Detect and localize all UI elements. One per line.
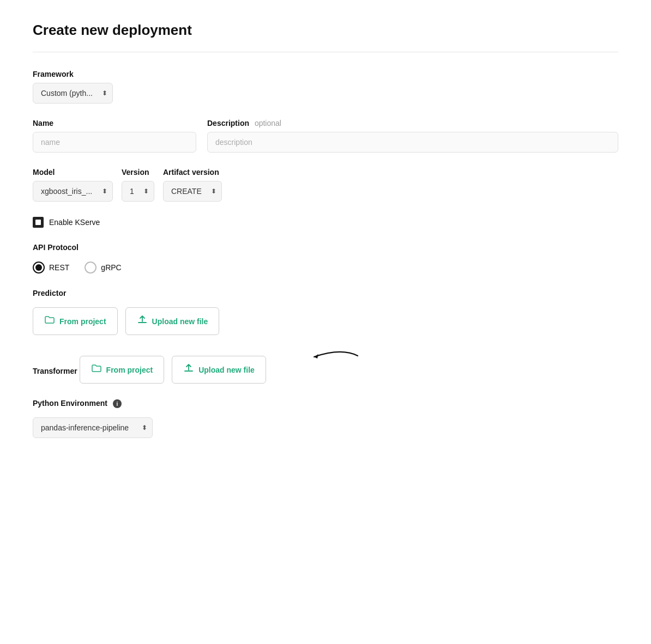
artifact-version-select-wrapper: CREATE ⬍ xyxy=(163,181,222,202)
model-label: Model xyxy=(33,168,55,177)
model-col: Model xgboost_iris_... ⬍ xyxy=(33,168,113,202)
predictor-section: Predictor From project Upload new file xyxy=(33,289,618,335)
python-env-select-wrapper: pandas-inference-pipeline ⬍ xyxy=(33,417,153,438)
artifact-version-label: Artifact version xyxy=(163,168,219,177)
model-version-row: Model xgboost_iris_... ⬍ Version 1 ⬍ Art… xyxy=(33,168,618,202)
api-protocol-label: API Protocol xyxy=(33,243,79,252)
artifact-version-col: Artifact version CREATE ⬍ xyxy=(163,168,222,202)
name-label: Name xyxy=(33,119,53,127)
api-protocol-radio-group: REST gRPC xyxy=(33,262,618,274)
framework-section: Framework Custom (pyth... ⬍ xyxy=(33,70,618,104)
kserve-checkbox-inner xyxy=(35,220,41,225)
transformer-buttons-wrapper: From project Upload new file xyxy=(80,350,266,384)
grpc-radio-label: gRPC xyxy=(101,263,121,272)
transformer-upload-icon xyxy=(183,363,194,376)
name-input[interactable] xyxy=(33,132,196,153)
predictor-label: Predictor xyxy=(33,289,66,297)
name-description-row: Name Description optional xyxy=(33,119,618,153)
predictor-from-project-button[interactable]: From project xyxy=(33,307,118,335)
description-field-container: Description optional xyxy=(207,119,618,153)
transformer-section: Transformer From project xyxy=(33,350,618,384)
framework-label: Framework xyxy=(33,70,74,78)
python-env-label: Python Environment xyxy=(33,399,107,408)
version-col: Version 1 ⬍ xyxy=(122,168,154,202)
predictor-folder-icon xyxy=(44,314,55,328)
rest-radio-label: REST xyxy=(49,263,69,272)
svg-marker-0 xyxy=(314,354,318,359)
name-field-container: Name xyxy=(33,119,196,153)
transformer-from-project-button[interactable]: From project xyxy=(80,356,165,384)
model-select[interactable]: xgboost_iris_... xyxy=(33,181,113,202)
kserve-label: Enable KServe xyxy=(49,218,100,227)
description-optional-label: optional xyxy=(255,119,281,127)
api-protocol-section: API Protocol REST gRPC xyxy=(33,243,618,274)
description-label: Description xyxy=(207,119,249,127)
transformer-upload-button[interactable]: Upload new file xyxy=(172,356,266,384)
artifact-version-select[interactable]: CREATE xyxy=(163,181,222,202)
model-select-wrapper: xgboost_iris_... ⬍ xyxy=(33,181,113,202)
grpc-radio-outer[interactable] xyxy=(85,262,97,274)
version-select[interactable]: 1 xyxy=(122,181,154,202)
rest-radio-inner xyxy=(35,264,42,271)
framework-select[interactable]: Custom (pyth... xyxy=(33,83,113,104)
predictor-upload-label: Upload new file xyxy=(152,317,208,326)
grpc-radio-option[interactable]: gRPC xyxy=(85,262,121,274)
predictor-file-buttons: From project Upload new file xyxy=(33,307,618,335)
predictor-upload-icon xyxy=(137,314,148,328)
predictor-from-project-label: From project xyxy=(59,317,106,326)
description-input[interactable] xyxy=(207,132,618,153)
python-environment-section: Python Environment i pandas-inference-pi… xyxy=(33,399,618,438)
python-env-info-icon: i xyxy=(113,399,122,408)
version-select-wrapper: 1 ⬍ xyxy=(122,181,154,202)
transformer-from-project-label: From project xyxy=(106,366,153,374)
rest-radio-outer[interactable] xyxy=(33,262,45,274)
framework-select-wrapper: Custom (pyth... ⬍ xyxy=(33,83,113,104)
kserve-checkbox[interactable] xyxy=(33,217,44,228)
page-title: Create new deployment xyxy=(33,22,618,52)
transformer-folder-icon xyxy=(91,363,102,376)
version-label: Version xyxy=(122,168,149,177)
transformer-file-buttons: From project Upload new file xyxy=(80,356,266,384)
transformer-label: Transformer xyxy=(33,367,77,375)
predictor-upload-button[interactable]: Upload new file xyxy=(125,307,220,335)
rest-radio-option[interactable]: REST xyxy=(33,262,69,274)
python-env-select[interactable]: pandas-inference-pipeline xyxy=(33,417,153,438)
arrow-annotation xyxy=(309,345,374,367)
kserve-row[interactable]: Enable KServe xyxy=(33,217,618,228)
transformer-upload-label: Upload new file xyxy=(198,366,255,374)
